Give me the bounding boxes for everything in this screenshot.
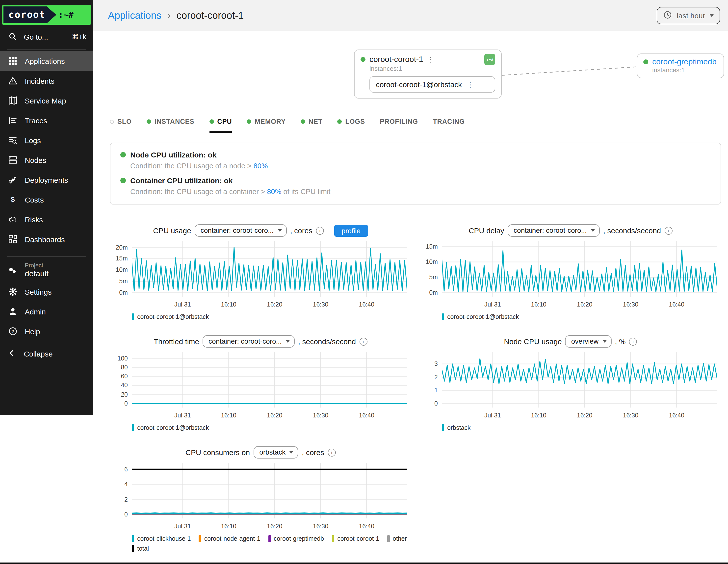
info-icon[interactable]: i bbox=[629, 337, 637, 345]
y-tick-label: 0 bbox=[124, 511, 128, 518]
tab-label: PROFILING bbox=[380, 118, 418, 125]
chart-node-cpu-usage: Node CPU usageoverview, %i0123Jul 3116:1… bbox=[420, 335, 721, 431]
sidebar-item-applications[interactable]: Applications bbox=[0, 51, 93, 71]
collapse-label: Collapse bbox=[24, 350, 53, 358]
chart-selector-value: orbstack bbox=[259, 448, 286, 456]
chart-header: CPU delaycontainer: coroot-coro..., seco… bbox=[420, 224, 721, 237]
chart-selector-dropdown[interactable]: overview bbox=[565, 335, 612, 348]
goto-search[interactable]: Go to... ⌘+k bbox=[0, 25, 93, 49]
info-icon[interactable]: i bbox=[328, 448, 336, 456]
sidebar-item-label: Settings bbox=[25, 287, 52, 296]
x-tick-label: 16:40 bbox=[352, 523, 382, 530]
legend-color-mark bbox=[442, 313, 444, 320]
check-threshold-link[interactable]: 80% bbox=[267, 188, 281, 196]
tab-label: MEMORY bbox=[255, 118, 286, 125]
legend-item-other[interactable]: other bbox=[387, 535, 407, 542]
x-axis-labels: Jul 3116:1016:2016:3016:40 bbox=[132, 299, 407, 309]
coroot-app-window: coroot :~# Go to... ⌘+k ApplicationsInci… bbox=[0, 0, 728, 564]
sidebar-item-label: Service Map bbox=[25, 96, 66, 105]
chart-plot-area[interactable] bbox=[442, 241, 717, 297]
coroot-logo[interactable]: coroot :~# bbox=[2, 5, 91, 25]
tab-tracing[interactable]: TRACING bbox=[433, 118, 465, 133]
y-axis-labels: 0m5m10m15m20m bbox=[110, 241, 132, 299]
sidebar-item-risks[interactable]: Risks bbox=[0, 209, 93, 229]
sidebar-item-label: Traces bbox=[25, 116, 47, 125]
check-node-cpu-utilization: Node CPU utilization: okCondition: the C… bbox=[120, 151, 711, 170]
chart-plot-area[interactable] bbox=[442, 352, 717, 408]
gear-icon bbox=[8, 287, 18, 297]
legend-item-total[interactable]: total bbox=[132, 545, 149, 552]
sidebar-item-label: Nodes bbox=[25, 156, 46, 164]
chevron-down-icon bbox=[710, 14, 714, 17]
person-icon bbox=[8, 307, 18, 316]
legend-item-coroot-greptimedb[interactable]: coroot-greptimedb bbox=[268, 535, 324, 542]
health-checks-panel: Node CPU utilization: okCondition: the C… bbox=[110, 143, 721, 205]
legend-color-mark bbox=[387, 535, 390, 542]
check-condition-text: of its CPU limit bbox=[281, 188, 330, 196]
sidebar-item-incidents[interactable]: Incidents bbox=[0, 71, 93, 91]
legend-item-coroot-coroot-1[interactable]: coroot-coroot-1 bbox=[332, 535, 379, 542]
sidebar-item-service-map[interactable]: Service Map bbox=[0, 91, 93, 110]
sidebar-item-settings[interactable]: Settings bbox=[0, 282, 93, 302]
check-threshold-link[interactable]: 80% bbox=[253, 162, 268, 170]
sidebar-item-dashboards[interactable]: Dashboards bbox=[0, 229, 93, 249]
sidebar-item-costs[interactable]: $Costs bbox=[0, 190, 93, 209]
x-axis-labels: Jul 3116:1016:2016:3016:40 bbox=[132, 520, 407, 531]
legend-item-coroot-node-agent-1[interactable]: coroot-node-agent-1 bbox=[199, 535, 260, 542]
sidebar-item-help[interactable]: ?Help bbox=[0, 321, 93, 341]
sidebar-item-project[interactable]: Project default bbox=[0, 257, 93, 282]
chart-selector-dropdown[interactable]: container: coroot-coro... bbox=[195, 224, 287, 237]
legend-item-coroot-coroot-1-orbstack[interactable]: coroot-coroot-1@orbstack bbox=[442, 313, 519, 320]
x-tick-label: Jul 31 bbox=[168, 301, 198, 308]
legend-item-coroot-clickhouse-1[interactable]: coroot-clickhouse-1 bbox=[132, 535, 191, 542]
chart-plot-area[interactable] bbox=[132, 241, 407, 297]
info-icon[interactable]: i bbox=[359, 337, 367, 345]
chart-unit-label: , cores bbox=[290, 226, 312, 235]
time-range-picker[interactable]: last hour bbox=[657, 7, 720, 24]
check-title: Container CPU utilization: ok bbox=[130, 176, 233, 185]
info-icon[interactable]: i bbox=[316, 227, 324, 234]
sidebar-item-admin[interactable]: Admin bbox=[0, 302, 93, 321]
instance-item[interactable]: coroot-coroot-1@orbstack ⋮ bbox=[369, 76, 495, 93]
sidebar-item-nodes[interactable]: Nodes bbox=[0, 150, 93, 170]
app-card-name[interactable]: coroot-coroot-1 bbox=[369, 55, 423, 64]
chart-selector-value: container: coroot-coro... bbox=[514, 226, 587, 234]
legend-item-coroot-coroot-1-orbstack[interactable]: coroot-coroot-1@orbstack bbox=[132, 313, 209, 320]
chart-selector-dropdown[interactable]: container: coroot-coro... bbox=[508, 224, 600, 237]
tab-logs[interactable]: LOGS bbox=[337, 118, 365, 133]
tab-net[interactable]: NET bbox=[301, 118, 322, 133]
chart-selector-dropdown[interactable]: container: coroot-coro... bbox=[203, 335, 295, 348]
y-tick-label: 5m bbox=[429, 274, 438, 281]
kebab-menu-icon[interactable]: ⋮ bbox=[427, 57, 434, 62]
chart-plot-area[interactable] bbox=[132, 352, 407, 408]
legend-item-coroot-coroot-1-orbstack[interactable]: coroot-coroot-1@orbstack bbox=[132, 424, 209, 431]
tab-cpu[interactable]: CPU bbox=[209, 118, 232, 133]
kebab-menu-icon[interactable]: ⋮ bbox=[467, 82, 474, 87]
chart-plot-area[interactable] bbox=[132, 463, 407, 518]
breadcrumb-applications-link[interactable]: Applications bbox=[108, 10, 161, 21]
sidebar-item-label: Risks bbox=[25, 215, 43, 224]
tab-slo[interactable]: SLO bbox=[110, 118, 132, 133]
sidebar-item-deployments[interactable]: Deployments bbox=[0, 170, 93, 190]
y-tick-label: 1 bbox=[434, 387, 438, 394]
sidebar-item-logs[interactable]: Logs bbox=[0, 130, 93, 150]
y-tick-label: 5m bbox=[119, 278, 128, 285]
x-tick-label: 16:20 bbox=[260, 301, 289, 308]
tab-profiling[interactable]: PROFILING bbox=[380, 118, 418, 133]
profile-button[interactable]: profile bbox=[334, 225, 368, 236]
sidebar-item-traces[interactable]: Traces bbox=[0, 110, 93, 130]
sidebar-collapse-button[interactable]: Collapse bbox=[0, 343, 93, 364]
info-icon[interactable]: i bbox=[664, 227, 672, 234]
legend-item-orbstack[interactable]: orbstack bbox=[442, 424, 471, 431]
chart-legend: coroot-coroot-1@orbstack bbox=[132, 313, 411, 320]
search-icon bbox=[8, 32, 18, 42]
peer-card-name[interactable]: coroot-greptimedb bbox=[652, 57, 717, 66]
tab-memory[interactable]: MEMORY bbox=[247, 118, 286, 133]
sidebar-item-label: Admin bbox=[25, 307, 46, 316]
chart-selector-value: overview bbox=[571, 337, 599, 345]
rocket-icon bbox=[8, 175, 18, 185]
status-dot bbox=[643, 59, 648, 64]
tab-instances[interactable]: INSTANCES bbox=[147, 118, 194, 133]
legend-label: coroot-clickhouse-1 bbox=[137, 535, 191, 542]
chart-selector-dropdown[interactable]: orbstack bbox=[253, 446, 298, 459]
